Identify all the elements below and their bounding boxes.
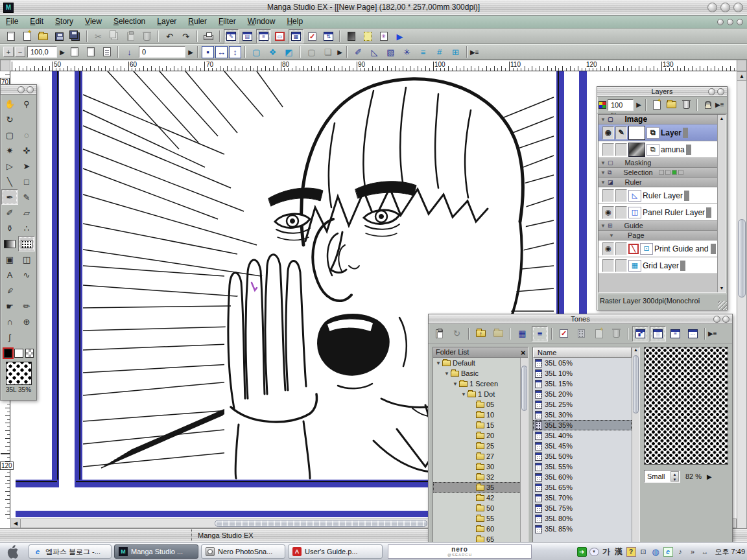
layer-name[interactable]: Masking <box>624 159 651 167</box>
new-story-button[interactable] <box>19 29 34 43</box>
layer-name[interactable]: Image <box>624 115 647 124</box>
menu-file[interactable]: File <box>0 16 24 28</box>
tray-updater-icon[interactable]: ➜ <box>577 547 587 557</box>
folder-default[interactable]: ▼Default <box>433 358 528 368</box>
eraser-tool[interactable]: ▱ <box>18 205 35 220</box>
eyedropper-tool[interactable]: ✑ <box>1 283 18 298</box>
layer-name[interactable]: Panel Ruler Layer <box>643 208 705 217</box>
paste-tone-button[interactable] <box>431 326 447 342</box>
filter-effect-button[interactable]: ✳ <box>376 29 391 43</box>
frame-tool[interactable]: ▣ <box>1 251 18 267</box>
snap-cross-button[interactable]: ❖ <box>265 45 280 59</box>
prev-page-button[interactable] <box>67 45 82 59</box>
copy-button[interactable] <box>107 29 122 43</box>
background-color-swatch[interactable] <box>14 349 23 358</box>
zoom-menu-arrow[interactable]: ▶ <box>58 49 66 56</box>
preview-mode-wide-button[interactable]: … <box>685 326 701 342</box>
layer-group-ruler[interactable]: ▼ ◪ Ruler <box>599 178 717 187</box>
actual-size-button[interactable]: ▪ <box>202 46 214 58</box>
empty-slot[interactable] <box>18 111 35 127</box>
smudge-tool[interactable]: ☛ <box>1 298 18 314</box>
menu-story[interactable]: Story <box>49 16 79 28</box>
expand-triangle-icon[interactable]: ▼ <box>600 117 606 122</box>
separator[interactable] <box>219 30 220 42</box>
tone-35l-85[interactable]: 35L 85% <box>533 524 632 534</box>
tone-35l-30[interactable]: 35L 30% <box>533 410 632 420</box>
toggle-sync-button[interactable]: ⇅ <box>321 29 336 43</box>
tone-35l-35[interactable]: 35L 35% <box>533 420 632 430</box>
page-number-field[interactable]: 0 <box>139 46 185 58</box>
expand-triangle-icon[interactable]: ▼ <box>600 170 606 176</box>
opacity-menu-arrow[interactable]: ▶ <box>635 101 643 108</box>
preview-menu-arrow[interactable]: ▶ <box>707 473 712 480</box>
folder-60[interactable]: 60 <box>433 524 528 534</box>
zoom-tool[interactable]: ⚲ <box>18 96 35 111</box>
transparent-color-swatch[interactable] <box>25 349 34 358</box>
tray-connection-icon[interactable]: ↔ <box>700 547 710 557</box>
start-button[interactable] <box>4 544 21 559</box>
toolbar-menu-button[interactable]: ▶≡ <box>470 49 478 56</box>
separator[interactable] <box>466 46 468 58</box>
close-icon[interactable]: ✕ <box>521 348 526 358</box>
minimize-button[interactable] <box>707 3 717 12</box>
tone-35l-80[interactable]: 35L 80% <box>533 513 632 524</box>
paste-button[interactable] <box>123 29 138 43</box>
nero-search-box[interactable]: nero @SEARCH <box>388 544 532 559</box>
jump-page-button[interactable]: ↓ <box>122 45 137 59</box>
tone-35l-10[interactable]: 35L 10% <box>533 368 632 379</box>
tray-volume-icon[interactable]: ♪ <box>676 547 685 557</box>
doc-close-button[interactable] <box>737 19 743 25</box>
visibility-eye-icon[interactable]: ◉ <box>602 242 614 255</box>
snap-ruler-button[interactable]: ◩ <box>281 45 296 59</box>
layer-opacity-field[interactable]: 100 % <box>608 99 634 111</box>
folder-scroll-thumb[interactable] <box>521 366 527 411</box>
toggle-story-palette-button[interactable]: ▤ <box>240 29 255 43</box>
close-button[interactable] <box>733 3 743 12</box>
tone-scroll-thumb[interactable] <box>633 355 639 414</box>
draw-enable-pen-icon[interactable]: ✎ <box>615 126 627 139</box>
expand-triangle-icon[interactable]: ▼ <box>453 381 457 387</box>
magic-wand-tool[interactable]: ✷ <box>1 143 18 158</box>
name-column-header[interactable]: Name <box>533 347 632 358</box>
marker-tool[interactable]: ✐ <box>1 205 18 220</box>
expand-triangle-icon[interactable]: ▼ <box>461 391 466 397</box>
separator[interactable] <box>300 46 301 58</box>
visibility-eye-icon[interactable]: ◉ <box>602 206 614 219</box>
menu-view[interactable]: View <box>79 16 108 28</box>
delete-button[interactable] <box>139 29 154 43</box>
folder-15[interactable]: 15 <box>433 420 528 430</box>
lasso-zoom-tool[interactable]: ⊕ <box>18 314 35 329</box>
folder-35[interactable]: 35 <box>433 482 528 493</box>
menu-edit[interactable]: Edit <box>24 16 49 28</box>
tone-35l-75[interactable]: 35L 75% <box>533 503 632 513</box>
panel-cutter-tool[interactable]: ◫ <box>18 251 35 267</box>
folder-10[interactable]: 10 <box>433 410 528 420</box>
new-tone-button[interactable] <box>591 326 607 342</box>
expand-triangle-icon[interactable]: ▼ <box>600 160 606 166</box>
layer-group-guide[interactable]: ▼ ⊞ Guide <box>599 221 717 231</box>
layer-row-grid-layer[interactable]: ▦ Grid Layer <box>599 257 717 274</box>
folder-20[interactable]: 20 <box>433 430 528 441</box>
tray-globe-icon[interactable]: ◍ <box>651 547 661 557</box>
layer-name[interactable]: Page <box>628 231 645 239</box>
tone-35l-05[interactable]: 35L 05% <box>533 358 632 368</box>
palette-collapse-button[interactable] <box>713 316 720 323</box>
expand-triangle-icon[interactable]: ▼ <box>600 223 606 229</box>
ruler-perspective-button[interactable]: ⊞ <box>448 45 463 59</box>
zoom-in-button[interactable]: + <box>3 47 14 57</box>
taskbar-button-users-guide-pdf[interactable]: AUser's Guide.p... <box>288 544 383 559</box>
folder-25[interactable]: 25 <box>433 441 528 451</box>
tone-35l-60[interactable]: 35L 60% <box>533 472 632 482</box>
save-all-button[interactable] <box>68 29 83 43</box>
tray-chevron-icon[interactable]: » <box>688 547 698 557</box>
current-tone-swatch[interactable] <box>6 362 32 385</box>
vertical-scroll-thumb[interactable] <box>738 219 746 298</box>
ruler-grid-button[interactable]: # <box>432 45 447 59</box>
expand-triangle-icon[interactable]: ▼ <box>436 360 440 366</box>
preview-mode-tile-button[interactable]: ▞ <box>632 326 648 342</box>
empty-slot[interactable] <box>18 283 35 298</box>
menu-window[interactable]: Window <box>242 16 281 28</box>
tones-palette-title[interactable]: Tones <box>429 314 732 324</box>
layout-menu-arrow[interactable]: ▶ <box>336 49 344 56</box>
draw-enable-pen-icon[interactable] <box>615 189 627 202</box>
